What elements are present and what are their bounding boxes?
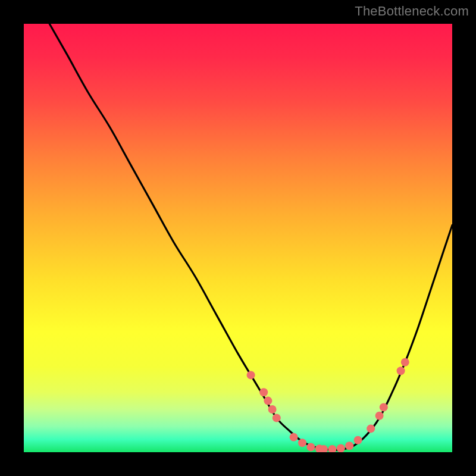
highlight-dot <box>264 397 272 405</box>
highlight-dot <box>367 424 375 433</box>
highlight-dot <box>401 358 409 367</box>
highlight-dot <box>306 443 315 451</box>
curve-svg <box>24 24 452 452</box>
bottleneck-curve <box>49 24 452 450</box>
highlight-dot <box>337 444 345 453</box>
chart-frame: TheBottleneck.com <box>0 0 476 476</box>
highlight-dot <box>345 441 353 450</box>
highlight-dot <box>259 388 268 396</box>
highlight-dot <box>328 445 336 452</box>
highlight-dot <box>273 414 281 422</box>
highlight-dot <box>397 367 405 375</box>
highlight-dot <box>298 439 306 447</box>
highlight-dot <box>380 403 388 411</box>
plot-area <box>24 24 452 452</box>
highlight-dots <box>247 358 409 452</box>
highlight-dot <box>375 412 384 420</box>
highlight-dot <box>354 436 362 444</box>
highlight-dot <box>268 405 277 414</box>
watermark-text: TheBottleneck.com <box>355 4 469 19</box>
highlight-dot <box>247 371 255 379</box>
highlight-dot <box>290 433 298 441</box>
